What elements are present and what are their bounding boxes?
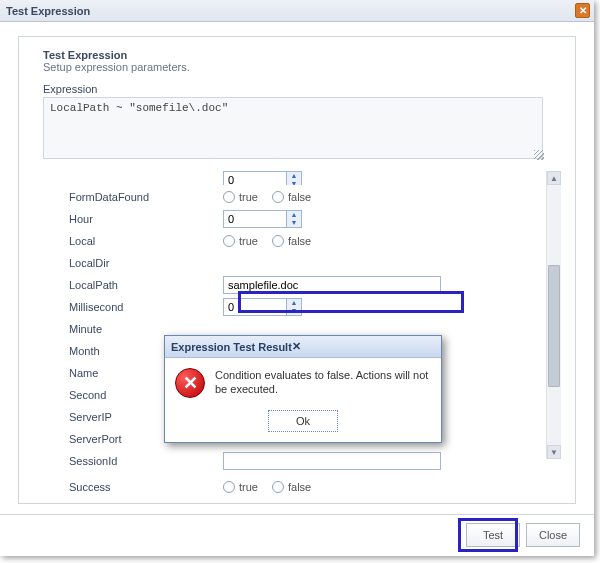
localpath-input[interactable] [223, 276, 441, 294]
local-false-radio[interactable] [272, 235, 284, 247]
success-true-radio[interactable] [223, 481, 235, 493]
chevron-down-icon[interactable]: ▼ [287, 307, 301, 315]
field-label-sessionid: SessionId [33, 455, 223, 467]
chevron-up-icon[interactable]: ▲ [287, 299, 301, 307]
hour-spinner[interactable]: ▲▼ [223, 210, 302, 228]
field-label-success: Success [33, 481, 223, 493]
modal-footer: Ok [165, 406, 441, 442]
chevron-down-icon[interactable]: ▼ [287, 219, 301, 227]
panel-subtitle: Setup expression parameters. [43, 61, 561, 73]
list-item: Millisecond ▲▼ [33, 297, 546, 317]
true-label: true [239, 235, 258, 247]
success-false-radio[interactable] [272, 481, 284, 493]
scroll-up-icon[interactable]: ▲ [547, 171, 561, 185]
list-item: LocalDir [33, 253, 546, 273]
list-item: Hour ▲▼ [33, 209, 546, 229]
modal-message: Condition evaluates to false. Actions wi… [215, 368, 431, 396]
test-button[interactable]: Test [466, 523, 520, 547]
hour-input[interactable] [224, 211, 286, 227]
millisecond-input[interactable] [224, 299, 286, 315]
scrollbar[interactable]: ▲ ▼ [546, 171, 561, 459]
false-label: false [288, 481, 311, 493]
list-item: SessionId [33, 451, 546, 471]
false-label: false [288, 235, 311, 247]
formdatafound-false-radio[interactable] [272, 191, 284, 203]
list-item: Local true false [33, 231, 546, 251]
field-label-hour: Hour [33, 213, 223, 225]
field-label-millisecond: Millisecond [33, 301, 223, 313]
close-icon[interactable]: ✕ [292, 340, 301, 353]
field-label-localpath: LocalPath [33, 279, 223, 291]
dialog-footer: Test Close [0, 514, 594, 554]
test-expression-dialog: Test Expression ✕ Test Expression Setup … [0, 0, 594, 556]
true-label: true [239, 191, 258, 203]
panel-header: Test Expression Setup expression paramet… [43, 49, 561, 73]
partial-spinner[interactable]: ▲▼ [223, 171, 302, 185]
dialog-titlebar: Test Expression ✕ [0, 0, 594, 22]
ok-button[interactable]: Ok [268, 410, 338, 432]
panel-title: Test Expression [43, 49, 561, 61]
formdatafound-true-radio[interactable] [223, 191, 235, 203]
millisecond-spinner[interactable]: ▲▼ [223, 298, 302, 316]
resize-grip-icon[interactable] [534, 150, 544, 160]
error-icon: ✕ [175, 368, 205, 398]
list-item: FormDataFound true false [33, 187, 546, 207]
expression-label: Expression [43, 83, 561, 95]
field-label-local: Local [33, 235, 223, 247]
false-label: false [288, 191, 311, 203]
field-label-formdatafound: FormDataFound [33, 191, 223, 203]
sessionid-input[interactable] [223, 452, 441, 470]
list-item: LocalPath [33, 275, 546, 295]
modal-body: ✕ Condition evaluates to false. Actions … [165, 358, 441, 406]
scroll-down-icon[interactable]: ▼ [547, 445, 561, 459]
partial-input[interactable] [224, 172, 286, 185]
list-item: ▲▼ [33, 171, 546, 185]
field-label-localdir: LocalDir [33, 257, 223, 269]
field-label-minute: Minute [33, 323, 223, 335]
chevron-down-icon[interactable]: ▼ [287, 180, 301, 185]
true-label: true [239, 481, 258, 493]
chevron-up-icon[interactable]: ▲ [287, 172, 301, 180]
close-button[interactable]: Close [526, 523, 580, 547]
local-true-radio[interactable] [223, 235, 235, 247]
modal-titlebar: Expression Test Result ✕ [165, 336, 441, 358]
expression-textarea[interactable]: LocalPath ~ "somefile\.doc" [43, 97, 543, 159]
close-icon[interactable]: ✕ [575, 3, 590, 18]
expression-test-result-dialog: Expression Test Result ✕ ✕ Condition eva… [164, 335, 442, 443]
chevron-up-icon[interactable]: ▲ [287, 211, 301, 219]
dialog-title: Test Expression [6, 5, 90, 17]
scroll-thumb[interactable] [548, 265, 560, 387]
modal-title: Expression Test Result [171, 341, 292, 353]
list-item: Success true false [33, 477, 546, 497]
